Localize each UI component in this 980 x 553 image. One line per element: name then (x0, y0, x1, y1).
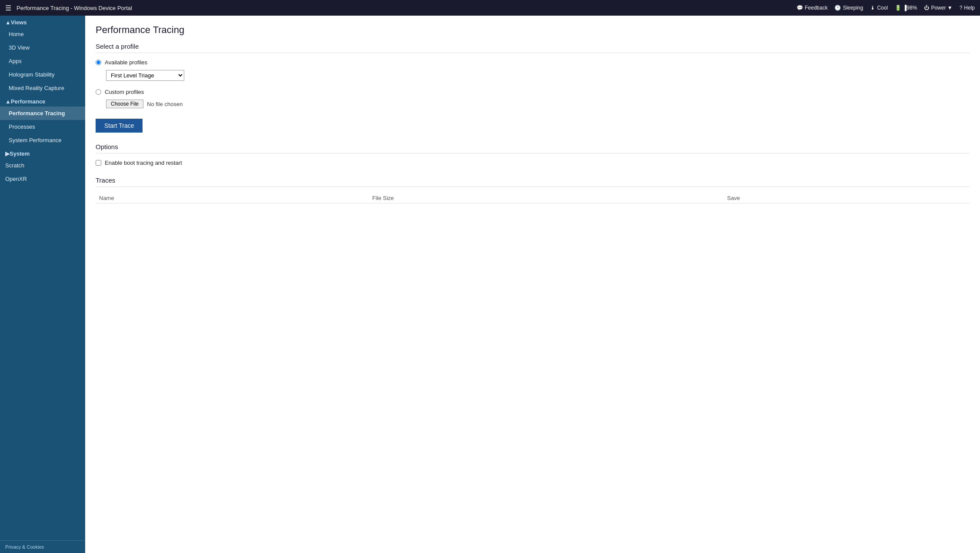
available-profiles-label[interactable]: Available profiles (105, 59, 147, 66)
hamburger-icon[interactable]: ☰ (5, 4, 11, 12)
available-profiles-radio[interactable] (96, 60, 101, 65)
topbar-actions: 💬 Feedback 🕐 Sleeping 🌡 Cool 🔋 ▐98% ⏻ Po… (797, 5, 975, 11)
sidebar-item-scratch[interactable]: Scratch (0, 159, 85, 172)
performance-section-header[interactable]: ▲Performance (0, 95, 85, 107)
traces-table-head: Name File Size Save (96, 193, 970, 203)
traces-header-row: Name File Size Save (96, 193, 970, 203)
sidebar-item-mixed-reality-capture[interactable]: Mixed Reality Capture (0, 81, 85, 95)
select-profile-section: Select a profile Available profiles Firs… (96, 43, 970, 133)
sidebar-item-system-performance[interactable]: System Performance (0, 133, 85, 147)
sleeping-action[interactable]: 🕐 Sleeping (834, 5, 863, 11)
profile-dropdown[interactable]: First Level Triage CPU Usage GPU Usage M… (106, 70, 184, 81)
sidebar-item-apps[interactable]: Apps (0, 54, 85, 68)
battery-action[interactable]: 🔋 ▐98% (895, 5, 917, 11)
traces-section: Traces Name File Size Save (96, 177, 970, 203)
custom-profiles-label[interactable]: Custom profiles (105, 89, 144, 95)
traces-col-filesize: File Size (369, 193, 724, 203)
select-profile-heading: Select a profile (96, 43, 970, 53)
choose-file-button[interactable]: Choose File (106, 100, 143, 108)
options-heading: Options (96, 143, 970, 153)
traces-col-name: Name (96, 193, 369, 203)
power-action[interactable]: ⏻ Power ▼ (924, 5, 952, 11)
page-title: Performance Tracing (96, 24, 970, 36)
sidebar-item-openxr[interactable]: OpenXR (0, 172, 85, 186)
sidebar-item-processes[interactable]: Processes (0, 120, 85, 133)
start-trace-button[interactable]: Start Trace (96, 119, 143, 133)
no-file-label: No file chosen (147, 101, 183, 107)
help-action[interactable]: ? Help (960, 5, 975, 11)
sidebar-item-performance-tracing[interactable]: Performance Tracing (0, 107, 85, 120)
privacy-cookies-link[interactable]: Privacy & Cookies (0, 540, 85, 553)
system-section-header[interactable]: ▶System (0, 147, 85, 159)
topbar: ☰ Performance Tracing - Windows Device P… (0, 0, 980, 16)
enable-boot-tracing-checkbox[interactable] (96, 160, 101, 166)
file-chooser-row: Choose File No file chosen (106, 100, 970, 108)
enable-boot-tracing-label[interactable]: Enable boot tracing and restart (105, 160, 182, 166)
options-section: Options Enable boot tracing and restart (96, 143, 970, 166)
views-section-header[interactable]: ▲Views (0, 16, 85, 27)
traces-table: Name File Size Save (96, 193, 970, 203)
sidebar-item-home[interactable]: Home (0, 27, 85, 41)
feedback-action[interactable]: 💬 Feedback (797, 5, 828, 11)
profile-radio-group: Available profiles First Level Triage CP… (96, 59, 970, 108)
traces-heading: Traces (96, 177, 970, 187)
custom-profiles-row: Custom profiles (96, 89, 970, 95)
sidebar-collapse-button[interactable]: ◀ (84, 21, 85, 31)
enable-boot-tracing-row: Enable boot tracing and restart (96, 160, 970, 166)
sidebar: ◀ ▲Views Home 3D View Apps Hologram Stab… (0, 16, 85, 553)
sidebar-item-3dview[interactable]: 3D View (0, 41, 85, 54)
available-profiles-row: Available profiles (96, 59, 970, 66)
profile-select-wrapper: First Level Triage CPU Usage GPU Usage M… (106, 70, 970, 81)
content-area: Performance Tracing Select a profile Ava… (85, 16, 980, 553)
topbar-title: Performance Tracing - Windows Device Por… (17, 5, 797, 11)
main-layout: ◀ ▲Views Home 3D View Apps Hologram Stab… (0, 16, 980, 553)
cool-action[interactable]: 🌡 Cool (870, 5, 888, 11)
traces-col-save: Save (724, 193, 970, 203)
custom-profiles-radio[interactable] (96, 89, 101, 95)
sidebar-item-hologram-stability[interactable]: Hologram Stability (0, 68, 85, 81)
